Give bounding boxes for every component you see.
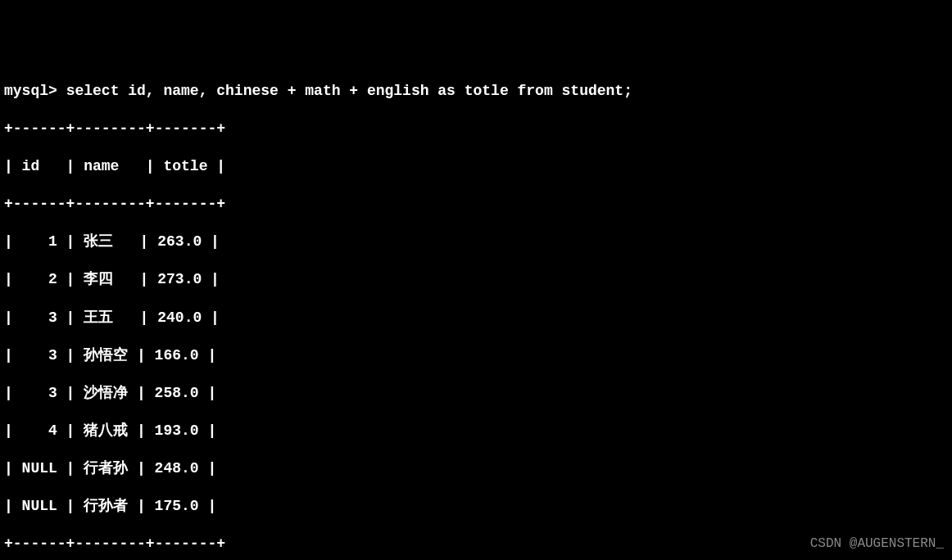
table-row: | 1 | 张三 | 263.0 | <box>4 233 948 251</box>
table-row: | 3 | 沙悟净 | 258.0 | <box>4 384 948 403</box>
query-line-1[interactable]: mysql> select id, name, chinese + math +… <box>4 82 948 101</box>
table-row: | 4 | 猪八戒 | 193.0 | <box>4 422 948 440</box>
table-border-bottom: +------+--------+-------+ <box>4 535 948 553</box>
watermark: CSDN @AUGENSTERN_ <box>810 535 944 552</box>
table-row: | 3 | 孙悟空 | 166.0 | <box>4 346 948 365</box>
table-row: | 3 | 王五 | 240.0 | <box>4 309 948 327</box>
table-row: | NULL | 行孙者 | 175.0 | <box>4 497 948 516</box>
table-border-mid: +------+--------+-------+ <box>4 195 948 214</box>
mysql-prompt: mysql> <box>4 83 66 99</box>
sql-command: select id, name, chinese + math + englis… <box>66 83 632 99</box>
table-row: | 2 | 李四 | 273.0 | <box>4 270 948 289</box>
table-row: | NULL | 行者孙 | 248.0 | <box>4 459 948 478</box>
table-header: | id | name | totle | <box>4 157 948 176</box>
table-border-top: +------+--------+-------+ <box>4 120 948 138</box>
